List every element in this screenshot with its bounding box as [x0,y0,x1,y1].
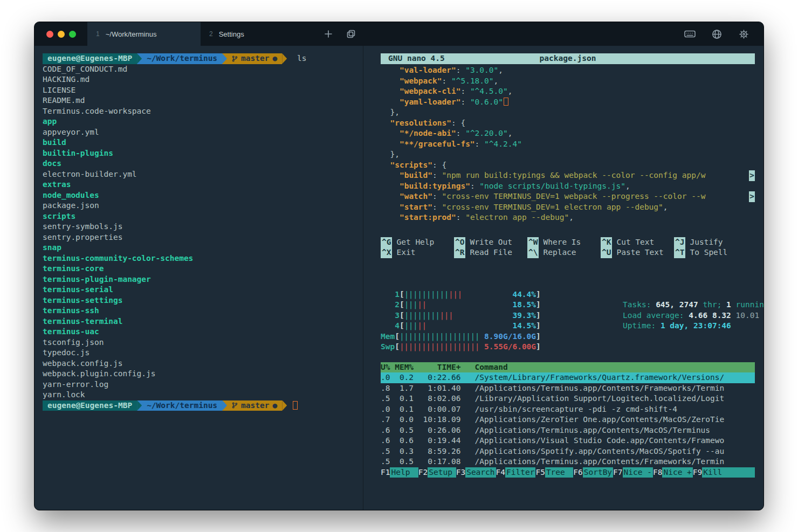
tab-index: 1 [96,30,100,38]
shortcut-key: ^O [454,237,465,248]
duplicate-tab-button[interactable] [345,28,357,40]
prompt-user-segment: eugene@Eugenes-MBP [43,400,137,411]
shell-pane[interactable]: eugene@Eugenes-MBP~/Work/terminusmaster●… [35,46,363,510]
shortcut-key: ^T [674,247,685,258]
fnbar-item: F3Search [456,467,496,478]
nano-app-name: GNU nano 4.5 [388,53,445,64]
shortcut-key: ^\ [527,247,539,258]
powerline-arrow-icon [137,400,142,411]
nano-line: "webpack-cli": "^4.5.0", [381,86,755,97]
listing-item: app [43,116,363,127]
shortcut-label: Where Is [543,237,581,248]
nano-shortcut: ^TTo Spell [674,247,747,258]
fnbar-key: F6 [573,467,582,478]
new-tab-button[interactable] [322,28,334,40]
process-row: .50.38:59.26/Applications/Spotify.app/Co… [381,446,755,457]
listing-item: snap [43,243,363,253]
shortcut-label: Replace [543,247,576,258]
nano-pane[interactable]: GNU nano 4.5 package.json "val-loader": … [381,53,755,258]
cpu-meter: 4[|||||14.5%] [381,321,541,331]
listing-item: terminus-core [43,264,363,274]
file-listing: CODE_OF_CONDUCT.mdHACKING.mdLICENSEREADM… [43,64,363,400]
prompt-branch-segment: master● [227,400,282,411]
listing-item: Terminus.code-workspace [43,106,363,117]
tab-1[interactable]: 1~/Work/terminus [87,22,201,46]
plus-icon [324,30,333,38]
minimize-button[interactable] [58,31,65,38]
nano-titlebar: GNU nano 4.5 package.json [381,53,755,64]
tab-title: ~/Work/terminus [106,30,157,38]
copy-icon [346,29,356,39]
process-table-body: .00.20:22.66/System/Library/Frameworks/Q… [381,372,755,467]
listing-item: terminus-uac [43,327,363,337]
process-table: U% MEM% TIME+ Command .00.20:22.66/Syste… [381,362,755,467]
fnbar-item: F7Nice - [613,467,653,478]
shortcut-key: ^X [381,247,392,258]
listing-item: electron-builder.yml [43,169,363,180]
fnbar-label: Help [390,467,418,478]
tab-actions [322,22,357,46]
nano-shortcut: ^XExit [381,247,454,258]
nano-shortcut: ^OWrite Out [454,237,527,248]
prompt-branch-segment: master● [227,53,282,64]
settings-button[interactable] [738,28,749,40]
process-row: .81.71:01.40/Applications/Terminus.app/C… [381,383,755,394]
close-button[interactable] [46,31,53,38]
gear-icon [739,29,749,39]
fnbar-item: F2Setup [418,467,456,478]
htop-pane[interactable]: 1[|||||||||||||44.4%]2[|||||18.5%]3[||||… [381,289,755,478]
powerline-arrow-icon [137,53,142,64]
htop-meters: 1[|||||||||||||44.4%]2[|||||18.5%]3[||||… [381,289,541,353]
terminal-window: 1~/Work/terminus2Settings eugene@Eugenes… [34,22,764,510]
listing-item: package.json [43,201,363,211]
globe-icon [712,29,722,39]
fnbar-label: Setup [428,467,456,478]
shell-command: ls [287,53,306,64]
right-pane[interactable]: GNU nano 4.5 package.json "val-loader": … [363,46,763,510]
nano-shortcut: ^UPaste Text [601,247,674,258]
cpu-meter: 3[|||||||||||39.3%] [381,310,541,321]
shortcut-label: Justify [690,237,723,248]
listing-item: docs [43,158,363,169]
listing-item: builtin-plugins [43,148,363,159]
listing-item: build [43,137,363,148]
titlebar-right-icons [684,22,763,46]
process-row: .60.50:26.06/Applications/Terminus.app/C… [381,425,755,436]
tab-2[interactable]: 2Settings [201,22,314,46]
shortcut-key: ^G [381,237,392,248]
globe-button[interactable] [711,28,723,40]
listing-item: HACKING.md [43,74,363,85]
shortcut-label: Read File [470,247,512,258]
nano-line: "start": "cross-env TERMINUS_DEV=1 elect… [381,202,755,213]
shortcut-label: Cut Text [616,237,654,248]
fnbar-item: F1Help [381,467,418,478]
listing-item: yarn.lock [43,390,363,400]
process-row: .50.50:17.08/Applications/Terminus.app/C… [381,457,755,467]
fnbar-key: F1 [381,467,390,478]
fnbar-label: Nice - [623,467,653,478]
listing-item: webpack.plugin.config.js [43,369,363,379]
process-row: .00.10:00.07/usr/sbin/screencapture -pdi… [381,404,755,415]
nano-shortcut: ^WWhere Is [527,237,601,248]
nano-cursor [504,98,508,106]
keyboard-icon [684,30,696,38]
listing-item: webpack.config.js [43,358,363,369]
cpu-meter: 2[|||||18.5%] [381,300,541,310]
shortcut-label: Exit [396,247,415,258]
fnbar-item: F5Tree [535,467,573,478]
listing-item: terminus-plugin-manager [43,274,363,285]
fnbar-key: F4 [496,467,505,478]
htop-fnbar: F1HelpF2SetupF3SearchF4FilterF5TreeF6Sor… [381,467,755,478]
listing-item: yarn-error.log [43,379,363,390]
fnbar-label: Kill [702,467,755,478]
nano-file-name: package.json [540,53,596,64]
powerline-arrow-icon [282,400,287,411]
memory-meter: Mem[||||||||||||||||||8.90G/16.0G] [381,331,541,342]
keyboard-button[interactable] [684,28,696,40]
listing-item: LICENSE [43,85,363,96]
titlebar: 1~/Work/terminus2Settings [35,22,763,46]
nano-line: "watch": "cross-env TERMINUS_DEV=1 webpa… [381,191,755,202]
listing-item: terminus-community-color-schemes [43,253,363,264]
zoom-button[interactable] [69,31,76,38]
fnbar-item: F8Nice + [653,467,693,478]
